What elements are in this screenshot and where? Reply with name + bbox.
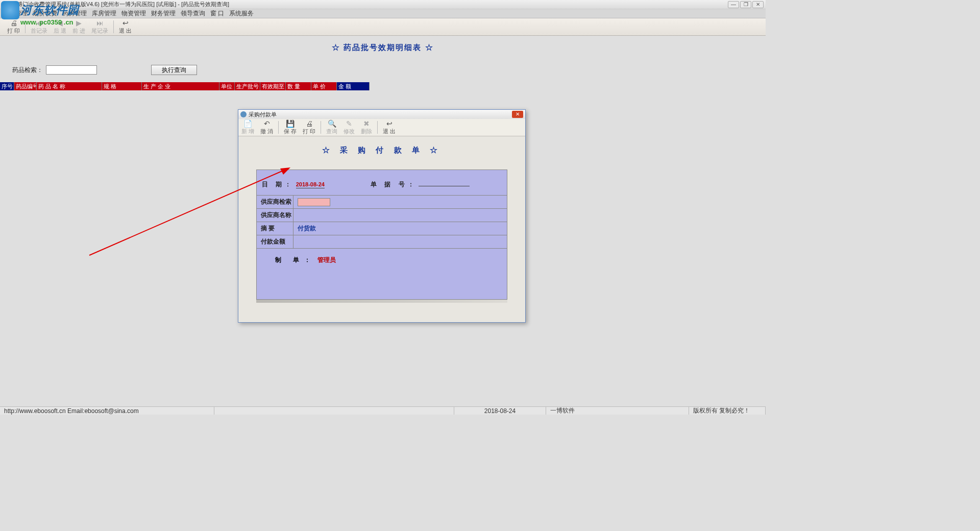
menu-pharmacy[interactable]: 药房管理	[62, 9, 87, 18]
undo-icon: ↶	[264, 119, 270, 128]
search-label: 药品检索：	[12, 66, 43, 75]
col-qty: 数 量	[286, 82, 311, 90]
dialog-exit-button[interactable]: ↩退 出	[380, 119, 399, 136]
panel-shadow	[256, 300, 507, 303]
printer-icon: 🖨	[306, 119, 313, 128]
col-maker: 生 产 企 业	[142, 82, 219, 90]
minimize-button[interactable]: —	[728, 1, 739, 8]
vendor-search-label: 供应商检索	[257, 196, 293, 208]
divider	[278, 121, 279, 134]
search-row: 药品检索： 执行查询	[12, 65, 766, 75]
status-url: http://www.eboosoft.cn Email:eboosoft@si…	[0, 407, 214, 415]
forward-icon: ▶	[76, 19, 82, 27]
menu-pricing[interactable]: 划价收费	[33, 9, 57, 18]
first-record-button[interactable]: ⏮ 首记录	[28, 18, 51, 35]
menu-system[interactable]: 系统服务	[229, 9, 254, 18]
status-copyright: 版权所有 复制必究！	[689, 407, 766, 415]
report-title: ☆ 药品批号效期明细表 ☆	[0, 43, 766, 53]
print-button[interactable]: 🖨 打 印	[4, 18, 23, 35]
menu-material[interactable]: 物资管理	[121, 9, 146, 18]
menu-leader-query[interactable]: 领导查询	[181, 9, 205, 18]
status-spacer	[214, 407, 454, 415]
status-date: 2018-08-24	[454, 407, 546, 415]
main-toolbar: 🖨 打 印 ⏮ 首记录 ◀ 后 退 ▶ 前 进 ⏭ 尾记录 ↩ 退 出	[0, 18, 766, 36]
dialog-toolbar: 📄新 增 ↶撤 消 💾保 存 🖨打 印 🔍查询 ✎修改 ✖删除 ↩退 出	[238, 119, 525, 136]
summary-label: 摘 要	[257, 222, 293, 235]
menu-register[interactable]: 挂号管理	[3, 9, 28, 18]
grid-header: 序号 药品编号 药 品 名 称 规 格 生 产 企 业 单位 生产批号 有效期至…	[0, 82, 766, 90]
printer-icon: 🖨	[10, 19, 17, 27]
col-expiry: 有效期至	[260, 82, 286, 90]
window-titlebar: 一博门诊收费管理系统(单机版V4.6) [兖州市一博为民医院] [试用版] - …	[0, 0, 766, 9]
bill-no-value[interactable]	[419, 186, 470, 186]
vendor-name-row: 供应商名称	[257, 208, 507, 222]
last-icon: ⏭	[96, 19, 104, 27]
date-label: 日 期：	[262, 181, 294, 188]
modify-button[interactable]: ✎修改	[340, 119, 358, 136]
exit-icon: ↩	[122, 19, 129, 27]
menubar: 挂号管理 划价收费 药房管理 库房管理 物资管理 财务管理 领导查询 窗 口 系…	[0, 9, 766, 18]
window-controls: — ❐ ✕	[728, 1, 764, 8]
last-record-button[interactable]: ⏭ 尾记录	[88, 18, 111, 35]
window-title: 一博门诊收费管理系统(单机版V4.6) [兖州市一博为民医院] [试用版] - …	[11, 1, 229, 8]
menu-warehouse[interactable]: 库房管理	[92, 9, 116, 18]
amount-label: 付款金额	[257, 235, 293, 248]
maker-value: 管理员	[317, 256, 336, 263]
divider	[377, 121, 378, 134]
dialog-titlebar: 采购付款单 ✕	[238, 110, 525, 119]
delete-button[interactable]: ✖删除	[358, 119, 375, 136]
query-button[interactable]: 🔍查询	[323, 119, 340, 136]
app-icon	[2, 1, 9, 8]
close-button[interactable]: ✕	[752, 1, 764, 8]
col-name: 药 品 名 称	[37, 82, 102, 90]
edit-icon: ✎	[346, 119, 352, 128]
drug-search-input[interactable]	[46, 65, 97, 75]
first-icon: ⏮	[36, 19, 43, 27]
col-price: 单 价	[311, 82, 337, 90]
statusbar: http://www.eboosoft.cn Email:eboosoft@si…	[0, 406, 766, 415]
dialog-close-button[interactable]: ✕	[512, 111, 523, 118]
form-footer: 制 单： 管理员	[257, 248, 507, 299]
dialog-print-button[interactable]: 🖨打 印	[300, 119, 318, 136]
new-button[interactable]: 📄新 增	[238, 119, 257, 136]
menu-window[interactable]: 窗 口	[210, 9, 224, 18]
forward-button[interactable]: ▶ 前 进	[69, 18, 88, 35]
save-icon: 💾	[286, 119, 295, 128]
back-button[interactable]: ◀ 后 退	[51, 18, 69, 35]
form-panel: 日 期： 2018-08-24 单 据 号： 供应商检索 供应商名称 摘 要 付…	[256, 170, 507, 300]
dialog-title: 采购付款单	[249, 111, 277, 118]
search-icon: 🔍	[328, 119, 336, 128]
vendor-search-input[interactable]	[298, 198, 330, 206]
vendor-search-row: 供应商检索	[257, 195, 507, 208]
vendor-name-label: 供应商名称	[257, 209, 293, 222]
col-seq: 序号	[0, 82, 14, 90]
date-value[interactable]: 2018-08-24	[296, 181, 325, 188]
amount-row: 付款金额	[257, 235, 507, 248]
dialog-icon	[240, 111, 247, 117]
restore-button[interactable]: ❐	[740, 1, 751, 8]
status-company: 一博软件	[546, 407, 689, 415]
col-spec: 规 格	[102, 82, 142, 90]
menu-finance[interactable]: 财务管理	[151, 9, 176, 18]
divider	[113, 20, 114, 33]
divider	[25, 20, 26, 33]
execute-query-button[interactable]: 执行查询	[151, 65, 197, 75]
col-code: 药品编号	[14, 82, 37, 90]
col-unit: 单位	[219, 82, 235, 90]
exit-icon: ↩	[386, 119, 393, 128]
dialog-heading: ☆ 采 购 付 款 单 ☆	[238, 146, 525, 155]
bill-no-label: 单 据 号：	[371, 181, 417, 188]
back-icon: ◀	[57, 19, 63, 27]
summary-value[interactable]: 付货款	[293, 224, 507, 233]
maker-label: 制 单：	[275, 256, 315, 263]
save-button[interactable]: 💾保 存	[281, 119, 300, 136]
summary-row: 摘 要 付货款	[257, 222, 507, 235]
delete-icon: ✖	[363, 119, 370, 128]
new-icon: 📄	[243, 119, 252, 128]
dialog-body: ☆ 采 购 付 款 单 ☆ 日 期： 2018-08-24 单 据 号： 供应商…	[238, 136, 525, 322]
divider	[321, 121, 321, 134]
col-amount: 金 额	[337, 82, 370, 90]
undo-button[interactable]: ↶撤 消	[257, 119, 276, 136]
purchase-payment-dialog: 采购付款单 ✕ 📄新 增 ↶撤 消 💾保 存 🖨打 印 🔍查询 ✎修改 ✖删除 …	[238, 109, 526, 323]
exit-button[interactable]: ↩ 退 出	[116, 18, 135, 35]
